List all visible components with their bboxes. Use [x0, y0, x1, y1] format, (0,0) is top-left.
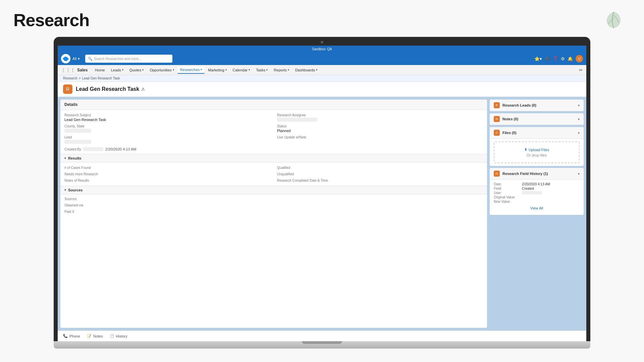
breadcrumb-current: Lead Gen Research Task: [82, 76, 120, 80]
files-chevron[interactable]: ▾: [578, 131, 580, 135]
menu-reports[interactable]: Reports ▾: [271, 67, 292, 73]
history-date-row: Date: 2/20/2020 4:13 AM: [494, 182, 580, 186]
menu-tasks[interactable]: Tasks ▾: [253, 67, 270, 73]
files-title: Files (0): [502, 131, 575, 135]
favorites-icon[interactable]: ⭐▾: [534, 56, 542, 61]
user-avatar[interactable]: U: [576, 55, 583, 62]
salesforce-logo[interactable]: [61, 54, 70, 63]
files-header[interactable]: F Files (0) ▾: [490, 127, 584, 139]
menu-leads[interactable]: Leads ▾: [108, 67, 126, 73]
laptop-screen: Sandbox: QA All ▾ 🔍 Search Researches an…: [58, 46, 586, 341]
page-title: Research: [13, 10, 89, 30]
breadcrumb-parent[interactable]: Research: [63, 76, 77, 80]
crm-navbar[interactable]: All ▾ 🔍 Search Researches and more... ⭐▾…: [58, 52, 586, 65]
research-leads-icon: R: [494, 102, 500, 108]
field-research-assignee: Research Assignee: [277, 113, 483, 122]
field-lead: Lead: [64, 135, 270, 144]
history-activity-icon: 🕐: [110, 334, 114, 338]
field-history-title: Research Field History (1): [502, 172, 575, 176]
logo-icon: [604, 10, 624, 30]
details-left-col: Research Subject Lead Gen Research Task …: [64, 113, 270, 144]
sources-section-header[interactable]: ▾ Sources: [60, 186, 487, 194]
help-icon[interactable]: ❓: [553, 56, 558, 61]
upload-files-button[interactable]: ⬆ Upload Files: [524, 147, 549, 152]
laptop-camera: [321, 41, 323, 44]
research-leads-header[interactable]: R Research Leads (0) ▾: [490, 100, 584, 111]
files-body: ⬆ Upload Files Or drop files: [490, 139, 584, 166]
add-icon[interactable]: ➕: [545, 56, 550, 61]
field-history-card: H Research Field History (1) ▾ Date: 2/2…: [490, 168, 584, 215]
field-research-subject: Research Subject Lead Gen Research Task: [64, 113, 270, 122]
right-panel: R Research Leads (0) ▾ N Notes (0) ▾: [490, 100, 584, 328]
field-notes-results: Notes of Results: [64, 179, 270, 182]
edit-pencil-icon[interactable]: ✏: [579, 67, 583, 73]
research-leads-chevron[interactable]: ▾: [578, 104, 580, 107]
field-history-chevron[interactable]: ▾: [578, 172, 580, 176]
record-icon: R: [63, 84, 72, 94]
menu-dashboards[interactable]: Dashboards ▾: [292, 67, 320, 73]
notes-chevron[interactable]: ▾: [578, 117, 580, 121]
menu-marketing[interactable]: Marketing ▾: [205, 67, 229, 73]
field-cases-found: # of Cases Found: [64, 166, 270, 170]
details-right-col: Research Assignee Status Planned Live Up…: [277, 113, 483, 144]
settings-icon[interactable]: ⚙: [561, 56, 565, 61]
files-card: F Files (0) ▾ ⬆ Upload Files Or drop fil…: [490, 127, 584, 166]
activity-notes[interactable]: 📝 Notes: [87, 334, 103, 338]
record-header: R Lead Gen Research Task ⚠: [58, 82, 586, 97]
breadcrumb: Research > Lead Gen Research Task: [58, 75, 586, 82]
menu-quotes[interactable]: Quotes ▾: [127, 67, 146, 73]
record-title: Lead Gen Research Task ⚠: [76, 86, 145, 92]
field-needs-more-research: Needs more Research: [64, 172, 270, 176]
bell-icon[interactable]: 🔔: [568, 56, 573, 61]
search-bar[interactable]: 🔍 Search Researches and more...: [85, 55, 172, 63]
history-new-row: New Value:: [494, 200, 580, 203]
results-section-header[interactable]: ▾ Results: [60, 154, 487, 163]
menu-opportunities[interactable]: Opportunities ▾: [147, 67, 176, 73]
field-qualified: Qualified: [277, 166, 483, 170]
research-leads-card: R Research Leads (0) ▾: [490, 100, 584, 111]
laptop-base: [54, 341, 590, 349]
breadcrumb-separator: >: [79, 76, 81, 80]
crm-topbar: Sandbox: QA: [58, 46, 586, 52]
activity-bar: 📞 Phone 📝 Notes 🕐 History: [58, 330, 586, 341]
menu-researches[interactable]: Researches ▾: [177, 66, 205, 74]
results-grid: # of Cases Found Needs more Research Not…: [60, 163, 487, 186]
field-unqualified: Unqualified: [277, 172, 483, 176]
field-paid-x: Paid X: [64, 210, 483, 214]
notes-header[interactable]: N Notes (0) ▾: [490, 113, 584, 125]
crm-menu-bar: ⋮⋮⋮ Sales Home Leads ▾ Quotes ▾ Opportun…: [58, 65, 586, 75]
sources-grid: Sources Obtained via Paid X: [60, 194, 487, 216]
notes-icon: N: [494, 116, 500, 122]
view-all-button[interactable]: View All: [494, 204, 580, 212]
sandbox-label: Sandbox: QA: [312, 47, 332, 51]
created-by-row: Created By 2/20/2020 4:13 AM: [60, 147, 487, 154]
history-field-row: Field: Created.: [494, 187, 580, 190]
field-sources: Sources: [64, 197, 483, 201]
laptop-notch: [302, 341, 342, 344]
field-research-completed: Research Completed Date & Time: [277, 179, 483, 182]
history-user-row: User:: [494, 191, 580, 195]
field-history-header[interactable]: H Research Field History (1) ▾: [490, 168, 584, 180]
details-section-header[interactable]: Details: [60, 100, 487, 110]
upload-drop-zone[interactable]: ⬆ Upload Files Or drop files: [494, 141, 580, 163]
results-right-col: Qualified Unqualified Research Completed…: [277, 166, 483, 182]
notes-title: Notes (0): [502, 117, 575, 121]
research-leads-title: Research Leads (0): [502, 103, 575, 107]
app-grid-icon[interactable]: ⋮⋮⋮: [61, 67, 75, 73]
laptop-wrapper: Sandbox: QA All ▾ 🔍 Search Researches an…: [54, 37, 590, 349]
laptop-bezel: Sandbox: QA All ▾ 🔍 Search Researches an…: [54, 37, 590, 341]
menu-calendar[interactable]: Calendar ▾: [230, 67, 253, 73]
history-orig-row: Original Value:: [494, 195, 580, 199]
menu-brand[interactable]: Sales: [77, 68, 88, 72]
field-county-state: County, State: [64, 124, 270, 133]
activity-history[interactable]: 🕐 History: [110, 334, 127, 338]
results-left-col: # of Cases Found Needs more Research Not…: [64, 166, 270, 182]
field-history-icon: H: [494, 171, 500, 177]
field-obtained-via: Obtained via: [64, 203, 483, 207]
menu-home[interactable]: Home: [92, 67, 107, 73]
activity-phone[interactable]: 📞 Phone: [63, 334, 80, 338]
drop-files-label: Or drop files: [500, 153, 574, 157]
search-filter[interactable]: All ▾: [72, 57, 80, 61]
nav-right-icons: ⭐▾ ➕ ❓ ⚙ 🔔 U: [534, 55, 583, 62]
field-status: Status Planned: [277, 124, 483, 133]
